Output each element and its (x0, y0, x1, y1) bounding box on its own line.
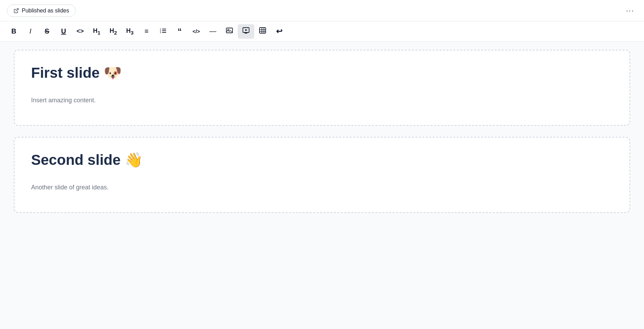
bullet-list-button[interactable]: ≡ (138, 24, 155, 39)
svg-text:3: 3 (160, 31, 161, 34)
svg-rect-7 (226, 28, 233, 33)
slide-card-1: First slide 🐶 Insert amazing content. (14, 50, 630, 126)
top-bar: Published as slides ··· (0, 0, 644, 21)
table-button[interactable] (254, 24, 271, 39)
published-as-slides-button[interactable]: Published as slides (7, 4, 76, 17)
external-link-icon (13, 8, 19, 13)
blockquote-button[interactable]: “ (171, 24, 188, 39)
svg-rect-13 (259, 28, 266, 33)
slide-1-body: Insert amazing content. (31, 95, 613, 105)
undo-button[interactable]: ↩ (271, 24, 287, 39)
divider-button[interactable]: — (205, 24, 221, 39)
strikethrough-button[interactable]: S (39, 24, 55, 39)
more-icon: ··· (626, 6, 634, 15)
more-options-button[interactable]: ··· (623, 5, 637, 17)
slide-2-body: Another slide of great ideas. (31, 182, 613, 192)
code-block-button[interactable]: </> (188, 24, 205, 39)
underline-button[interactable]: U (55, 24, 72, 39)
image-block-button[interactable] (221, 24, 238, 39)
main-content: First slide 🐶 Insert amazing content. Se… (0, 41, 644, 329)
svg-marker-10 (245, 29, 247, 31)
bold-button[interactable]: B (6, 24, 22, 39)
svg-line-0 (16, 9, 18, 11)
slide-2-title: Second slide 👋 (31, 151, 613, 169)
h2-button[interactable]: H2 (105, 24, 122, 39)
slide-card-2: Second slide 👋 Another slide of great id… (14, 137, 630, 213)
ordered-list-button[interactable]: 1 2 3 (155, 24, 171, 39)
code-inline-button[interactable]: <> (72, 24, 88, 39)
toolbar: B I S U <> H1 H2 H3 ≡ 1 2 3 “ (0, 21, 644, 41)
slides-button[interactable] (238, 24, 254, 39)
slide-1-title: First slide 🐶 (31, 64, 613, 82)
h3-button[interactable]: H3 (122, 24, 138, 39)
h1-button[interactable]: H1 (88, 24, 105, 39)
italic-button[interactable]: I (22, 24, 39, 39)
published-label: Published as slides (22, 8, 69, 14)
